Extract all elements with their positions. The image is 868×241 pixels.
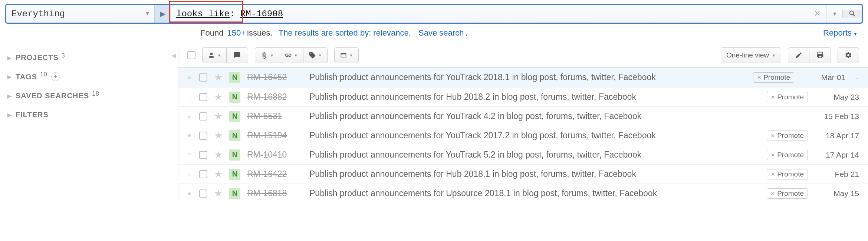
search-history-dropdown[interactable]: ▼: [826, 5, 842, 23]
drag-handle-icon[interactable]: ≡: [187, 94, 193, 100]
chevron-right-icon: ▶: [7, 112, 12, 118]
clear-icon[interactable]: ✕: [808, 9, 826, 19]
comment-button[interactable]: [227, 47, 248, 63]
close-icon[interactable]: ×: [771, 93, 775, 101]
edit-button[interactable]: [788, 47, 809, 63]
tag-button[interactable]: ▼: [303, 47, 328, 63]
issue-tag[interactable]: ×Promote: [767, 150, 808, 160]
settings-button[interactable]: [838, 47, 859, 63]
priority-badge: N: [229, 149, 240, 161]
save-search-link[interactable]: Save search: [418, 28, 464, 38]
star-icon[interactable]: ★: [214, 168, 223, 180]
print-button[interactable]: [809, 47, 831, 63]
sidebar-section[interactable]: ▶ FILTERS: [7, 105, 171, 124]
issue-row[interactable]: ≡ ★ N RM-16452 Publish product announcem…: [178, 67, 868, 87]
issue-summary[interactable]: Publish product announcements for YouTra…: [309, 150, 760, 160]
star-icon[interactable]: ★: [214, 72, 223, 83]
close-icon[interactable]: ×: [771, 170, 775, 178]
issue-summary[interactable]: Publish product announcements for YouTra…: [309, 72, 746, 82]
sidebar-section-count: 3: [62, 52, 65, 59]
star-icon[interactable]: ★: [214, 149, 223, 161]
found-count[interactable]: 150+: [227, 28, 246, 38]
star-icon[interactable]: ★: [214, 130, 223, 141]
search-bar: Everything ▼ ▶ looks like: RM-16908 ✕ ▼: [5, 4, 863, 24]
issue-row[interactable]: ≡ ★ N RM-10410 Publish product announcem…: [178, 145, 868, 164]
link-button[interactable]: ▼: [279, 47, 303, 63]
add-tag-button[interactable]: +: [51, 72, 60, 81]
search-button[interactable]: [842, 10, 862, 18]
issue-tag[interactable]: ×Promote: [753, 72, 794, 83]
row-checkbox[interactable]: [199, 151, 207, 159]
drag-handle-icon[interactable]: ≡: [187, 190, 193, 197]
issue-id[interactable]: RM-15194: [247, 131, 303, 141]
row-checkbox[interactable]: [199, 170, 207, 178]
issue-id[interactable]: RM-10410: [247, 150, 303, 160]
sidebar-section[interactable]: ▶ SAVED SEARCHES 18: [7, 86, 171, 105]
row-checkbox[interactable]: [199, 93, 207, 101]
drag-handle-icon[interactable]: ≡: [187, 171, 193, 178]
view-dropdown[interactable]: One-line view ▼: [721, 47, 781, 63]
issue-row[interactable]: ≡ ★ N RM-15194 Publish product announcem…: [178, 126, 868, 145]
main-layout: ◀ ▶ PROJECTS 3 ▶ TAGS 10 + ▶ SAVED SEARC…: [0, 43, 868, 203]
board-button[interactable]: ▼: [334, 47, 359, 63]
issue-tag[interactable]: ×Promote: [767, 169, 808, 179]
drag-handle-icon[interactable]: ≡: [187, 152, 193, 158]
row-checkbox[interactable]: [199, 189, 207, 198]
edit-print-group: [788, 47, 831, 63]
issue-row[interactable]: ≡ ★ N RM-16882 Publish product announcem…: [178, 87, 868, 106]
issue-id[interactable]: RM-16818: [247, 188, 303, 198]
sorted-by-link[interactable]: The results are sorted by: relevance.: [279, 28, 411, 38]
reports-label: Reports: [823, 28, 852, 37]
close-icon[interactable]: ×: [757, 73, 761, 82]
scope-select[interactable]: Everything ▼: [6, 5, 155, 23]
star-icon[interactable]: ★: [214, 91, 223, 103]
issue-id[interactable]: RM-6531: [247, 111, 303, 121]
chevron-right-icon: ▶: [160, 9, 165, 18]
drag-handle-icon[interactable]: ≡: [187, 74, 193, 81]
attach-button[interactable]: ▼: [255, 47, 279, 63]
chevron-down-icon: ▼: [349, 53, 353, 57]
collapse-sidebar-icon[interactable]: ◀: [171, 52, 176, 59]
found-suffix: issues.: [247, 28, 272, 38]
chevron-right-icon: ▶: [7, 74, 12, 80]
drag-handle-icon[interactable]: ≡: [187, 132, 193, 139]
row-checkbox[interactable]: [199, 132, 207, 140]
priority-badge: N: [229, 130, 240, 141]
issue-summary[interactable]: Publish product announcements for Upsour…: [309, 188, 760, 198]
sidebar-section[interactable]: ▶ PROJECTS 3: [7, 48, 171, 67]
issue-row[interactable]: ≡ ★ N RM-6531 Publish product announceme…: [178, 106, 868, 126]
expand-icon[interactable]: ⌄: [854, 74, 859, 81]
star-icon[interactable]: ★: [214, 110, 223, 122]
issue-summary[interactable]: Publish product announcements for YouTra…: [309, 131, 760, 141]
gear-icon: [845, 52, 852, 59]
sidebar-section-label: FILTERS: [16, 110, 49, 119]
issue-summary[interactable]: Publish product announcements for Hub 20…: [309, 169, 760, 179]
star-icon[interactable]: ★: [214, 188, 223, 199]
sidebar-section[interactable]: ▶ TAGS 10 +: [7, 67, 171, 86]
issue-tag[interactable]: ×Promote: [767, 188, 808, 199]
issue-summary[interactable]: Publish product announcements for Hub 20…: [309, 92, 760, 102]
row-checkbox[interactable]: [199, 73, 207, 82]
query-input[interactable]: looks like: RM-16908: [171, 5, 808, 23]
assignee-button[interactable]: ▼: [202, 47, 227, 63]
close-icon[interactable]: ×: [771, 151, 775, 159]
issue-summary[interactable]: Publish product announcements for YouTra…: [309, 111, 808, 121]
chevron-down-icon: ▼: [217, 53, 221, 57]
issue-row[interactable]: ≡ ★ N RM-16422 Publish product announcem…: [178, 164, 868, 184]
issue-id[interactable]: RM-16882: [247, 92, 303, 102]
issue-row[interactable]: ≡ ★ N RM-16818 Publish product announcem…: [178, 184, 868, 203]
chevron-right-icon: ▶: [7, 55, 12, 61]
issue-id[interactable]: RM-16452: [247, 72, 303, 82]
tag-label: Promote: [777, 170, 804, 178]
drag-handle-icon[interactable]: ≡: [187, 113, 193, 120]
close-icon[interactable]: ×: [771, 132, 775, 140]
close-icon[interactable]: ×: [771, 189, 775, 198]
select-all-checkbox[interactable]: [187, 51, 195, 59]
reports-link[interactable]: Reports▼: [823, 28, 858, 38]
issue-id[interactable]: RM-16422: [247, 169, 303, 179]
issue-tag[interactable]: ×Promote: [767, 92, 808, 102]
scope-go-button[interactable]: ▶: [155, 5, 171, 23]
row-checkbox[interactable]: [199, 112, 207, 121]
issue-date: Mar 01: [801, 73, 845, 82]
issue-tag[interactable]: ×Promote: [767, 131, 808, 141]
